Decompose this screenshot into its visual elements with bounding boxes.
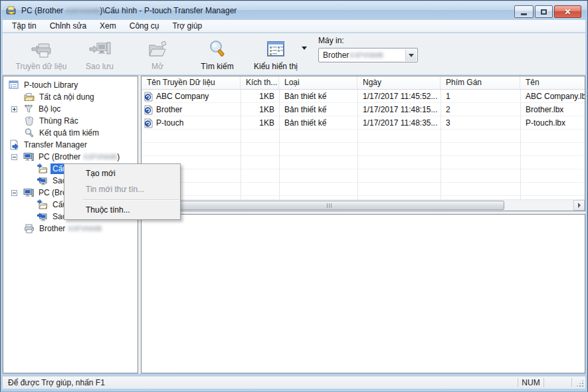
column-header-name[interactable]: Tên Truyền Dữ liệu	[142, 76, 241, 89]
column-header-date[interactable]: Ngày	[357, 76, 441, 89]
list-rows: ABC Company 1KB Bản thiết kế 1/17/2017 1…	[142, 90, 585, 199]
close-icon: ✕	[564, 8, 571, 16]
open-folder-icon	[134, 37, 181, 61]
config-folder-icon	[37, 199, 48, 210]
backup-pc-icon	[37, 211, 48, 222]
printer-label: Máy in:	[318, 36, 418, 45]
context-menu-item-new-message: Tin mới thư tín...	[64, 181, 180, 197]
title-bar: PC (Brother XXPXNWB)\Cấu hình - P-touch …	[1, 1, 587, 20]
backup-icon	[76, 37, 124, 61]
tree-item-ptouch-library[interactable]: P-touch Library	[3, 79, 138, 91]
contents-icon	[24, 92, 35, 102]
menu-view[interactable]: Xem	[93, 20, 123, 32]
printer-selector: Máy in: Brother XXPXNWB	[318, 36, 418, 62]
filter-icon	[23, 104, 34, 114]
app-icon	[6, 5, 17, 16]
label-template-icon	[144, 105, 153, 115]
collapse-icon[interactable]	[11, 154, 17, 160]
scroll-right-icon	[578, 203, 581, 208]
search-icon	[191, 37, 243, 61]
backup-button: Sao lưu	[76, 37, 124, 73]
collapse-icon[interactable]	[11, 190, 17, 196]
table-row[interactable]: Brother 1KB Bản thiết kế 1/17/2017 11:48…	[142, 103, 585, 116]
num-lock-indicator: NUM	[518, 378, 544, 387]
column-header-size[interactable]: Kích th...	[241, 76, 279, 89]
tree-item-printer[interactable]: Brother XXPXNWB	[3, 223, 138, 235]
tree-item-filter[interactable]: Bộ lọc	[3, 103, 138, 115]
resize-grip[interactable]	[576, 379, 584, 387]
minimize-button[interactable]	[514, 5, 534, 18]
toolbar: Truyền dữ liệu Sao lưu	[3, 33, 585, 75]
scroll-right-button[interactable]	[573, 200, 585, 211]
printer-combobox[interactable]: Brother XXPXNWB	[318, 48, 418, 62]
maximize-icon	[541, 9, 547, 15]
tree-item-transfer-manager[interactable]: Transfer Manager	[3, 139, 138, 151]
tree-item-search-results[interactable]: Kết quả tìm kiếm	[3, 127, 138, 139]
pc-icon	[23, 151, 34, 162]
menu-bar: Tập tin Chỉnh sửa Xem Công cụ Trợ giúp	[3, 20, 585, 33]
view-style-icon	[247, 37, 304, 61]
close-button[interactable]: ✕	[554, 5, 581, 18]
printer-icon	[24, 223, 35, 234]
main-area: P-touch Library Tất cả nội dung Bộ lọc T…	[3, 76, 585, 373]
search-button[interactable]: Tìm kiếm	[191, 37, 243, 73]
redacted-model: XXPXNWB	[349, 51, 383, 59]
column-header-filename[interactable]: Tên	[520, 76, 585, 89]
status-divider	[571, 378, 572, 387]
maximize-button[interactable]	[535, 5, 553, 18]
scrollbar-thumb[interactable]	[153, 201, 504, 210]
backup-pc-icon	[37, 175, 48, 186]
menu-edit[interactable]: Chỉnh sửa	[43, 20, 93, 32]
horizontal-scrollbar[interactable]	[142, 199, 585, 211]
expand-icon[interactable]	[11, 106, 17, 112]
preview-pane	[141, 214, 585, 373]
chevron-down-icon	[409, 54, 414, 57]
tree-item-all-contents[interactable]: Tất cả nội dung	[3, 91, 138, 103]
menu-file[interactable]: Tập tin	[5, 20, 43, 32]
menu-tools[interactable]: Công cụ	[123, 20, 166, 32]
app-window: PC (Brother XXPXNWB)\Cấu hình - P-touch …	[0, 0, 588, 392]
label-template-icon	[144, 92, 153, 102]
context-menu-separator	[83, 199, 179, 200]
table-row[interactable]: P-touch 1KB Bản thiết kế 1/17/2017 11:48…	[142, 116, 585, 130]
search-results-icon	[24, 128, 35, 138]
window-title: PC (Brother XXPXNWB)\Cấu hình - P-touch …	[21, 6, 237, 15]
folder-tree: P-touch Library Tất cả nội dung Bộ lọc T…	[3, 76, 138, 373]
minimize-icon	[521, 13, 527, 15]
tree-item-pc-1[interactable]: PC (Brother XXPXNWB)	[3, 151, 138, 163]
transfer-icon	[11, 37, 72, 61]
column-header-key-assign[interactable]: Phím Gán	[441, 76, 520, 89]
open-button: Mở	[134, 37, 181, 73]
redacted-model: XXPXNWB	[66, 7, 100, 15]
status-bar: Để được Trợ giúp, nhấn F1 NUM	[3, 376, 585, 389]
redacted-model: XXPXNWB	[83, 153, 118, 161]
context-menu: Tạo mới Tin mới thư tín... Thuộc tính...	[64, 163, 181, 220]
context-menu-item-properties[interactable]: Thuộc tính...	[64, 202, 180, 218]
trash-icon	[24, 116, 35, 126]
config-folder-icon	[37, 163, 48, 174]
table-row[interactable]: ABC Company 1KB Bản thiết kế 1/17/2017 1…	[142, 90, 585, 103]
combo-dropdown-button[interactable]	[405, 49, 417, 61]
view-style-dropdown-arrow[interactable]	[302, 47, 307, 50]
status-help-text: Để được Trợ giúp, nhấn F1	[8, 378, 105, 387]
label-template-icon	[144, 118, 153, 128]
view-style-button[interactable]: Kiểu hiển thị	[247, 37, 304, 73]
transfer-manager-icon	[9, 140, 19, 150]
library-icon	[9, 80, 19, 90]
tree-item-recycle-bin[interactable]: Thùng Rác	[3, 115, 138, 127]
transfer-button: Truyền dữ liệu	[11, 37, 72, 73]
column-header-type[interactable]: Loại	[279, 76, 357, 89]
pc-icon	[23, 187, 34, 198]
redacted-model: XXPXNWB	[68, 225, 102, 233]
menu-help[interactable]: Trợ giúp	[165, 20, 209, 32]
file-list: Tên Truyền Dữ liệu Kích th... Loại Ngày …	[141, 76, 585, 211]
context-menu-item-new[interactable]: Tạo mới	[64, 165, 180, 181]
window-controls: ✕	[514, 5, 581, 18]
list-header: Tên Truyền Dữ liệu Kích th... Loại Ngày …	[142, 76, 585, 90]
